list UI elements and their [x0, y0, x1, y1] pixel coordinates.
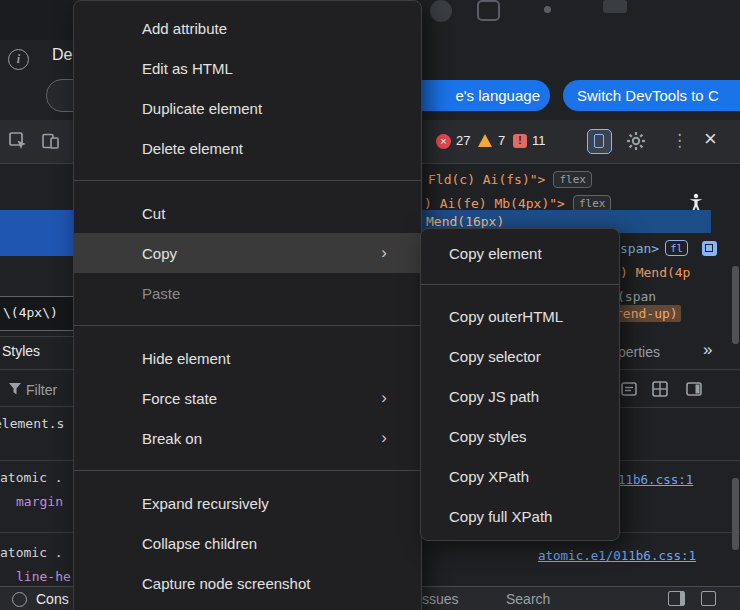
css-property[interactable]: margin [16, 494, 63, 509]
scrollbar-thumb[interactable] [732, 478, 739, 550]
submenu-item-copy-js-path[interactable]: Copy JS path [421, 376, 619, 416]
top-left-band [0, 0, 73, 40]
submenu-arrow-icon: › [381, 388, 387, 408]
error-count[interactable]: 27 [456, 133, 470, 148]
submenu-item-copy-full-xpath[interactable]: Copy full XPath [421, 496, 619, 536]
scrollbar-thumb[interactable] [732, 266, 739, 344]
dock-sidebar-icon[interactable] [686, 381, 702, 397]
submenu-item-copy-styles[interactable]: Copy styles [421, 416, 619, 456]
menu-item-duplicate-element[interactable]: Duplicate element [74, 88, 421, 128]
dock-panel-icon[interactable] [668, 591, 685, 606]
menu-item-hide-element[interactable]: Hide element [74, 338, 421, 378]
menu-item-copy[interactable]: Copy› [74, 233, 421, 273]
menu-item-edit-as-html[interactable]: Edit as HTML [74, 48, 421, 88]
menu-item-collapse-children[interactable]: Collapse children [74, 523, 421, 563]
warning-count[interactable]: 7 [498, 133, 505, 148]
settings-gear-icon[interactable] [626, 131, 646, 151]
menu-dot-icon [544, 6, 551, 13]
highlighted-text: rend-up) [612, 305, 681, 322]
menu-item-break-on[interactable]: Break on› [74, 418, 421, 458]
tab-styles[interactable]: Styles [2, 343, 40, 359]
submenu-arrow-icon: › [381, 243, 387, 263]
inspect-element-icon[interactable] [8, 131, 28, 151]
divider [0, 532, 73, 533]
element-context-menu: Add attribute Edit as HTML Duplicate ele… [73, 0, 422, 610]
devtools-screen: i De e's language Switch DevTools to C ×… [0, 0, 740, 610]
menu-item-capture-node-screenshot[interactable]: Capture node screenshot [74, 563, 421, 603]
divider [0, 460, 73, 461]
stylesheet-link[interactable]: atomic.e1/011b6.css:1 [538, 548, 696, 563]
toolbar-fragment [603, 0, 627, 13]
kebab-menu-icon[interactable]: ⋮ [671, 130, 688, 151]
menu-separator [74, 325, 421, 326]
issues-count[interactable]: 11 [532, 133, 546, 148]
element-state-icon[interactable] [621, 381, 637, 397]
divider [0, 336, 73, 337]
dom-line-5[interactable]: ) Mend(4p [620, 265, 690, 280]
flex-chip-badge[interactable]: fl [665, 240, 688, 256]
error-icon[interactable]: × [436, 134, 451, 149]
dom-line-6[interactable]: (span [617, 289, 656, 304]
expand-drawer-icon[interactable] [701, 591, 716, 606]
drawer-tab-console[interactable]: Cons [36, 591, 69, 607]
menu-item-cut[interactable]: Cut [74, 193, 421, 233]
styles-filter-input[interactable]: Filter [26, 382, 57, 398]
issues-icon[interactable]: ! [513, 134, 527, 148]
infobar-message: De [52, 46, 72, 64]
element-style-rule[interactable]: element.s [0, 416, 64, 431]
css-property[interactable]: line-he [16, 569, 71, 584]
device-mode-active-icon[interactable] [587, 129, 612, 154]
menu-item-add-attribute[interactable]: Add attribute [74, 8, 421, 48]
flex-badge[interactable]: flex [553, 171, 592, 188]
dom-line-7[interactable]: rend-up) [612, 306, 681, 321]
menu-item-paste[interactable]: Paste [74, 273, 421, 313]
submenu-item-copy-outerhtml[interactable]: Copy outerHTML [421, 296, 619, 336]
divider [0, 369, 73, 370]
divider [0, 406, 73, 407]
warning-icon[interactable] [478, 134, 492, 147]
stylesheet-link[interactable]: 11b6.css:1 [618, 472, 693, 487]
selected-element-highlight [0, 210, 73, 256]
submenu-item-copy-selector[interactable]: Copy selector [421, 336, 619, 376]
drawer-tab-issues[interactable]: ssues [422, 591, 459, 607]
switch-devtools-language-button[interactable]: Switch DevTools to C [563, 80, 740, 111]
copy-submenu: Copy element Copy outerHTML Copy selecto… [420, 228, 620, 541]
submenu-arrow-icon: › [381, 428, 387, 448]
dom-line-1[interactable]: Fld(c) Ai(fs)">flex [428, 171, 592, 188]
drawer-tab-search[interactable]: Search [506, 591, 550, 607]
filter-funnel-icon[interactable] [8, 382, 22, 396]
info-icon: i [8, 49, 29, 70]
tab-overflow-icon[interactable]: » [703, 340, 712, 360]
match-language-button[interactable]: e's language [406, 80, 550, 111]
css-selector[interactable]: atomic . [0, 470, 63, 485]
menu-separator [74, 470, 421, 471]
submenu-item-copy-xpath[interactable]: Copy XPath [421, 456, 619, 496]
extensions-icon[interactable] [477, 0, 500, 21]
menu-item-expand-recursively[interactable]: Expand recursively [74, 483, 421, 523]
phone-icon [594, 134, 604, 148]
device-toolbar-icon[interactable] [40, 131, 60, 151]
menu-item-force-state[interactable]: Force state› [74, 378, 421, 418]
dom-line-4[interactable]: span>fl [620, 240, 688, 256]
console-info-icon [12, 592, 27, 607]
container-badge-icon[interactable] [702, 241, 717, 256]
submenu-item-copy-element[interactable]: Copy element [421, 233, 619, 273]
css-selector[interactable]: atomic . [0, 545, 63, 560]
close-devtools-icon[interactable]: × [704, 126, 717, 152]
grid-icon[interactable] [652, 381, 668, 397]
menu-item-delete-element[interactable]: Delete element [74, 128, 421, 168]
menu-separator [421, 284, 619, 285]
menu-separator [74, 180, 421, 181]
tab-properties[interactable]: perties [618, 344, 660, 360]
profile-icon[interactable] [430, 0, 452, 22]
